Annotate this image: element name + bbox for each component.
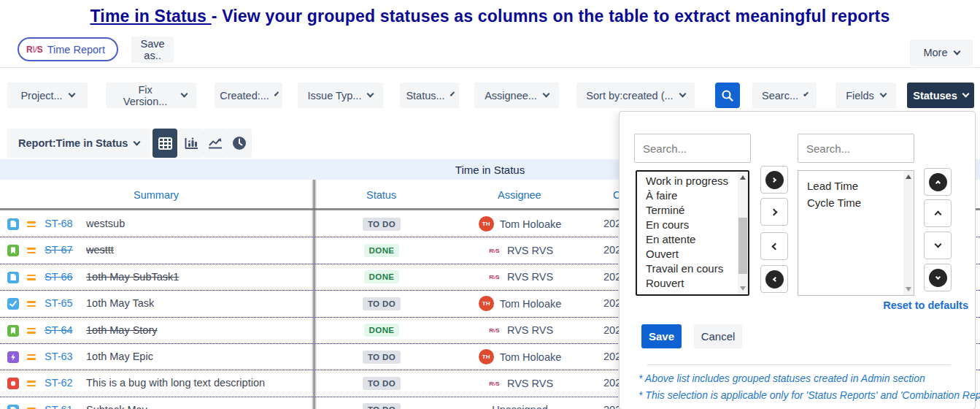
issue-summary: westsub: [86, 218, 125, 229]
filter-issue-type[interactable]: Issue Typ...: [298, 83, 383, 108]
scroll-thumb[interactable]: [738, 218, 747, 274]
time-clock-view-button[interactable]: [227, 129, 252, 158]
bar-chart-view-button[interactable]: [179, 129, 204, 158]
status-badge: TO DO: [363, 297, 401, 310]
page-title: Time in Status - View your grouped statu…: [0, 7, 980, 26]
scrollbar[interactable]: [738, 172, 748, 294]
scroll-up-icon[interactable]: [740, 175, 746, 180]
move-all-right-button[interactable]: [760, 166, 788, 194]
issue-key-link[interactable]: ST-66: [45, 271, 73, 283]
move-to-bottom-button[interactable]: [924, 264, 952, 291]
move-to-top-button[interactable]: [924, 168, 952, 196]
issue-summary: 1oth May SubTask1: [86, 271, 179, 283]
avatar: TH: [479, 296, 494, 311]
reset-to-defaults-link[interactable]: Reset to defaults: [883, 299, 968, 311]
circle-chevron-up-icon: [929, 173, 947, 191]
scroll-down-icon[interactable]: [906, 287, 911, 291]
list-item[interactable]: Ouvert: [637, 247, 737, 261]
more-button[interactable]: More: [910, 39, 973, 66]
save-button[interactable]: Save: [641, 324, 682, 348]
table-view-button[interactable]: [153, 129, 177, 158]
move-down-button[interactable]: [924, 232, 952, 259]
panel-divider: [647, 364, 951, 365]
status-badge: TO DO: [363, 351, 401, 364]
chevron-down-icon: [367, 91, 374, 98]
move-left-button[interactable]: [760, 232, 788, 260]
circle-chevron-right-icon: [765, 171, 784, 189]
line-chart-view-icon: [208, 137, 223, 149]
panel-footnote: * Above list includes grouped statuses c…: [638, 372, 925, 384]
priority-medium-icon: [27, 275, 36, 283]
list-item[interactable]: Rouvert: [637, 276, 737, 291]
story-type-icon: [7, 245, 19, 256]
move-right-button[interactable]: [760, 198, 788, 226]
issue-key-link[interactable]: ST-61: [45, 404, 73, 409]
chevron-down-icon: [68, 91, 75, 98]
story-type-icon: [7, 325, 19, 337]
line-chart-view-button[interactable]: [203, 129, 228, 158]
list-item[interactable]: Work in progress: [637, 174, 737, 188]
filter-search[interactable]: Searc...: [752, 83, 817, 108]
chevron-down-icon: [953, 47, 960, 55]
list-item[interactable]: Terminé: [637, 203, 737, 218]
selected-statuses-listbox[interactable]: Lead Time Cycle Time: [798, 170, 914, 296]
issue-key-link[interactable]: ST-68: [45, 218, 73, 229]
filter-fix-version[interactable]: Fix Version...: [106, 83, 196, 108]
move-up-button[interactable]: [924, 199, 952, 227]
status-badge: TO DO: [363, 377, 401, 390]
chevron-up-icon: [934, 211, 941, 218]
filter-assignee[interactable]: Assignee...: [474, 83, 559, 108]
issue-summary: 1oth May Story: [86, 324, 158, 336]
search-button[interactable]: [715, 83, 740, 108]
issue-key-link[interactable]: ST-67: [45, 244, 73, 256]
time-report-badge[interactable]: RVS Time Report: [18, 37, 118, 61]
available-statuses-search-input[interactable]: [634, 134, 751, 163]
issue-summary: 1oth May Epic: [86, 351, 153, 362]
avatar: TH: [479, 349, 494, 364]
issue-key-link[interactable]: ST-63: [45, 351, 73, 362]
filter-created[interactable]: Created:...: [215, 83, 282, 108]
chevron-down-icon: [274, 91, 279, 96]
filter-status[interactable]: Status...: [400, 83, 459, 108]
issue-key-link[interactable]: ST-65: [45, 297, 73, 309]
epic-type-icon: [7, 351, 19, 363]
issue-key-link[interactable]: ST-64: [45, 324, 73, 336]
header-divider: [0, 67, 980, 68]
filter-fields[interactable]: Fields: [836, 83, 896, 108]
list-item[interactable]: À faire: [637, 188, 737, 203]
issue-summary: Subtask May: [86, 404, 147, 409]
scroll-up-icon[interactable]: [906, 175, 911, 179]
scrollbar[interactable]: [903, 171, 914, 295]
list-item[interactable]: En attente: [637, 232, 737, 247]
priority-medium-icon: [27, 248, 36, 256]
report-selector[interactable]: Report:Time in Status: [7, 129, 150, 158]
column-header-status[interactable]: Status: [366, 189, 396, 201]
status-badge: DONE: [364, 244, 400, 257]
subtask-type-icon: [7, 218, 19, 230]
selected-statuses-search-input[interactable]: [798, 134, 914, 163]
rvs-avatar: RVS: [487, 270, 501, 285]
list-item[interactable]: En cours: [637, 218, 737, 232]
assignee-name: RVS RVS: [507, 324, 553, 336]
column-header-assignee[interactable]: Assignee: [498, 189, 541, 201]
statuses-button[interactable]: Statuses: [907, 83, 974, 108]
filter-project[interactable]: Project...: [7, 83, 88, 108]
issue-summary: 1oth May Task: [86, 297, 154, 309]
scroll-down-icon[interactable]: [740, 286, 746, 291]
column-header-summary[interactable]: Summary: [134, 189, 179, 201]
cancel-button[interactable]: Cancel: [694, 324, 742, 348]
chevron-down-icon: [181, 91, 188, 98]
move-all-left-button[interactable]: [760, 265, 788, 293]
list-item[interactable]: Lead Time: [798, 177, 903, 194]
page-title-main: Time in Status: [90, 7, 212, 26]
available-statuses-listbox[interactable]: Work in progress À faire Terminé En cour…: [636, 170, 749, 296]
circle-chevron-down-icon: [929, 269, 947, 287]
page-title-sub: - View your grouped statuses as columns …: [212, 7, 890, 26]
list-item[interactable]: Cycle Time: [798, 194, 903, 210]
list-item[interactable]: Travail en cours: [637, 261, 737, 276]
priority-medium-icon: [27, 381, 36, 389]
filter-sort-by[interactable]: Sort by:created (...: [576, 83, 695, 108]
save-as-button[interactable]: Save as..: [131, 37, 174, 63]
time-clock-view-icon: [232, 136, 247, 150]
issue-key-link[interactable]: ST-62: [45, 377, 73, 389]
